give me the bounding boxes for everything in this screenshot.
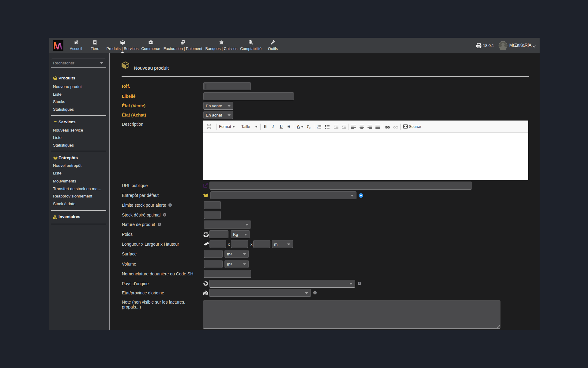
svg-text:2: 2 — [317, 127, 318, 129]
svg-text:1: 1 — [317, 125, 318, 127]
